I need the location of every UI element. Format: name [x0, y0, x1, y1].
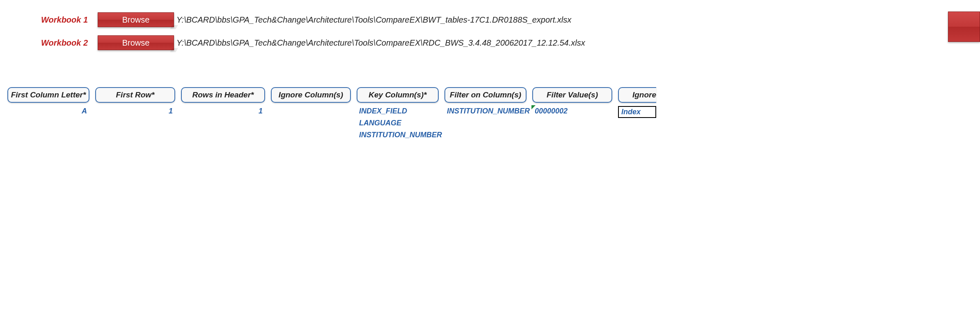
ignore-columns-block: Ignore Column(s) [271, 87, 351, 108]
first-row-value[interactable]: 1 [95, 106, 175, 116]
ignore-columns-header[interactable]: Ignore Column(s) [271, 87, 351, 103]
rows-in-header-block: Rows in Header* 1 [181, 87, 265, 116]
first-row-header[interactable]: First Row* [95, 87, 175, 103]
first-row-block: First Row* 1 [95, 87, 175, 116]
cell-marker-icon [531, 105, 536, 109]
workbook-1-row: Workbook 1 Browse Y:\BCARD\bbs\GPA_Tech&… [41, 12, 980, 27]
workbook-1-path: Y:\BCARD\bbs\GPA_Tech&Change\Architectur… [176, 15, 571, 25]
workbook-2-path: Y:\BCARD\bbs\GPA_Tech&Change\Architectur… [176, 38, 585, 48]
key-columns-block: Key Column(s)* INDEX_FIELD LANGUAGE INST… [357, 87, 439, 140]
filter-on-columns-block: Filter on Column(s) INSTITUTION_NUMBER [444, 87, 527, 116]
workbook-1-browse-button[interactable]: Browse [98, 12, 174, 27]
workbook-section: Workbook 1 Browse Y:\BCARD\bbs\GPA_Tech&… [0, 0, 980, 50]
first-column-letter-value[interactable]: A [7, 106, 89, 116]
parameters-area: First Column Letter* A First Row* 1 Rows… [0, 58, 980, 140]
key-columns-value-2[interactable]: INSTITUTION_NUMBER [357, 130, 439, 140]
filter-values-value[interactable]: 00000002 [532, 106, 612, 116]
workbook-2-label: Workbook 2 [41, 38, 94, 48]
workbook-1-label: Workbook 1 [41, 15, 94, 25]
key-columns-value-1[interactable]: LANGUAGE [357, 118, 439, 128]
filter-values-block: Filter Value(s) 00000002 [532, 87, 612, 116]
first-column-letter-header[interactable]: First Column Letter* [7, 87, 89, 103]
ignore-tail-block: Ignore Index [618, 87, 656, 118]
ignore-tail-header[interactable]: Ignore [618, 87, 656, 103]
key-columns-header[interactable]: Key Column(s)* [357, 87, 439, 103]
action-button[interactable] [948, 12, 980, 42]
workbook-2-browse-button[interactable]: Browse [98, 35, 174, 50]
first-column-letter-block: First Column Letter* A [7, 87, 89, 116]
workbook-2-row: Workbook 2 Browse Y:\BCARD\bbs\GPA_Tech&… [41, 35, 980, 50]
rows-in-header-header[interactable]: Rows in Header* [181, 87, 265, 103]
filter-on-columns-value[interactable]: INSTITUTION_NUMBER [444, 106, 527, 116]
filter-on-columns-header[interactable]: Filter on Column(s) [444, 87, 527, 103]
ignore-tail-value[interactable]: Index [618, 106, 656, 118]
ignore-columns-value[interactable] [271, 106, 351, 108]
filter-values-text: 00000002 [535, 107, 568, 115]
key-columns-value-0[interactable]: INDEX_FIELD [357, 106, 439, 116]
filter-values-header[interactable]: Filter Value(s) [532, 87, 612, 103]
rows-in-header-value[interactable]: 1 [181, 106, 265, 116]
